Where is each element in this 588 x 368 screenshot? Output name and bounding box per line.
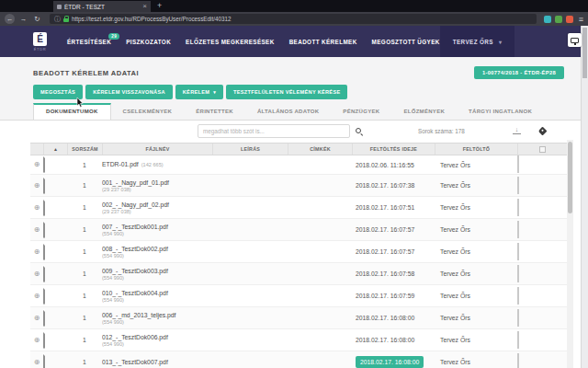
tab-close-icon[interactable]: × xyxy=(142,3,147,10)
row-filename[interactable]: 010_-_TesztDok004.pdf(554 990) xyxy=(102,289,212,304)
tab-item[interactable]: ÉRINTETTEK xyxy=(184,103,245,120)
tab-item[interactable]: DOKUMENTUMOK xyxy=(33,103,111,120)
expand-icon[interactable]: ⊕ xyxy=(30,226,43,234)
page-scrollbar-thumb[interactable] xyxy=(582,28,587,78)
tab-item[interactable]: ELŐZMÉNYEK xyxy=(391,103,457,120)
expand-icon[interactable]: ⊕ xyxy=(30,315,43,322)
expand-icon[interactable]: ⊕ xyxy=(30,248,43,256)
logo-letter: É xyxy=(33,32,47,46)
tab-item[interactable]: ÁLTALÁNOS ADATOK xyxy=(245,103,331,120)
row-filename[interactable]: ETDR-01.pdf(142 665) xyxy=(102,160,212,169)
row-checkbox[interactable] xyxy=(517,309,519,327)
row-uploaded: 2018.02.17. 16:07:59 xyxy=(352,293,435,299)
list-scrollbar-thumb[interactable] xyxy=(568,142,572,213)
nav-item[interactable]: MEGOSZTOTT ÜGYEK xyxy=(372,39,440,45)
tab-item[interactable]: PÉNZÜGYEK xyxy=(331,103,391,120)
row-checkbox[interactable] xyxy=(517,331,519,349)
col-fajlnev[interactable]: FÁJLNÉV xyxy=(102,144,212,155)
row-uploader: Tervez Őrs xyxy=(435,182,517,189)
col-cimkek[interactable]: CÍMKÉK xyxy=(288,144,352,155)
table-row[interactable]: ⊕ 1 012_-_TesztDok006.pdf(554 990) 2018.… xyxy=(30,329,567,351)
row-filename[interactable]: 002_-_Nagy_pdf_02.pdf(29 237 038) xyxy=(102,201,212,215)
row-checkbox[interactable] xyxy=(517,243,519,260)
browser-tab[interactable]: ÉTDR - TESZT × xyxy=(53,1,151,12)
forward-icon[interactable]: → xyxy=(18,14,28,24)
col-feltoltes-ideje[interactable]: FELTÖLTÉS IDEJE xyxy=(352,144,435,155)
tab-item[interactable]: TÁRGYI INGATLANOK xyxy=(457,103,544,120)
browser-tabstrip: ÉTDR - TESZT × + xyxy=(0,0,588,12)
table-row[interactable]: ⊕ 1 007_-_TesztDok001.pdf(554 990) 2018.… xyxy=(30,219,567,241)
download-icon[interactable]: ↓ xyxy=(513,126,521,134)
tag-icon[interactable] xyxy=(538,127,548,136)
row-checkbox[interactable] xyxy=(517,199,519,216)
col-sorszam[interactable]: SORSZÁM xyxy=(67,144,102,155)
col-feltolto[interactable]: FELTÖLTŐ xyxy=(435,144,517,155)
row-sorszam: 1 xyxy=(67,248,102,255)
row-filename[interactable]: 013_-_TesztDok007.pdf xyxy=(102,358,212,367)
page-scrollbar[interactable] xyxy=(581,26,588,368)
site-info-icon[interactable]: ⓘ xyxy=(54,16,61,22)
row-filename[interactable]: 001_-_Nagy_pdf_01.pdf(29 237 038) xyxy=(102,178,212,193)
expand-icon[interactable]: ⊕ xyxy=(30,161,43,168)
table-row[interactable]: ⊕ 1 013_-_TesztDok007.pdf 2018.02.17. 16… xyxy=(30,351,567,368)
row-uploaded: 2018.02.17. 16:08:00 xyxy=(352,315,435,321)
row-checkbox[interactable] xyxy=(517,265,519,282)
browser-tab-title: ÉTDR - TESZT xyxy=(64,4,140,10)
row-filename[interactable]: 008_-_TesztDok002.pdf(554 990) xyxy=(102,245,212,259)
expand-icon[interactable]: ⊕ xyxy=(30,293,43,300)
col-leiras[interactable]: LEÍRÁS xyxy=(212,144,288,155)
tab-item[interactable]: CSELEKMÉNYEK xyxy=(111,103,185,120)
table-row[interactable]: ⊕ 1 006_-_md_2013_teljes.pdf(554 990) 20… xyxy=(30,307,567,329)
row-filename[interactable]: 006_-_md_2013_teljes.pdf(554 990) xyxy=(102,311,212,326)
extension-icon-3[interactable] xyxy=(566,16,573,23)
monitor-widget-button[interactable] xyxy=(568,33,582,47)
action-button[interactable]: TESZTFELÜLETEN VÉLEMÉNY KÉRÉSE xyxy=(226,85,347,99)
list-scrollbar[interactable] xyxy=(567,140,573,368)
row-filename[interactable]: 012_-_TesztDok006.pdf(554 990) xyxy=(102,333,212,348)
col-sort[interactable]: ▲ xyxy=(43,144,67,155)
nav-item[interactable]: BEADOTT KÉRELMEK xyxy=(289,39,357,45)
table-row[interactable]: ⊕ 1 ETDR-01.pdf(142 665) 2018.02.06. 11:… xyxy=(30,155,567,175)
expand-icon[interactable]: ⊕ xyxy=(30,182,43,190)
row-checkbox[interactable] xyxy=(517,353,519,368)
action-button[interactable]: KÉRELEM VISSZAVONÁSA xyxy=(85,85,173,99)
account-menu[interactable]: TERVEZ ŐRS ▾ xyxy=(440,26,515,57)
nav-item[interactable]: PISZKOZATOK xyxy=(126,39,171,45)
nav-item[interactable]: ELŐZETES MEGKERESÉSEK xyxy=(186,39,275,45)
expand-icon[interactable]: ⊕ xyxy=(30,359,43,366)
expand-icon[interactable]: ⊕ xyxy=(30,204,43,212)
filter-row: megadhat több szót is... Sorok száma: 17… xyxy=(0,121,588,143)
url-bar[interactable]: ⓘ https://teszt.etdr.gov.hu/RDProcessByU… xyxy=(50,14,537,24)
extension-icon-2[interactable] xyxy=(555,16,562,23)
row-checkbox[interactable] xyxy=(517,287,519,305)
new-tab-button[interactable]: + xyxy=(157,0,162,12)
table-row[interactable]: ⊕ 1 008_-_TesztDok002.pdf(554 990) 2018.… xyxy=(30,241,567,263)
nav-item[interactable]: ÉRTESÍTÉSEK 29 xyxy=(67,39,111,45)
document-icon xyxy=(43,287,45,305)
row-filesize: (554 990) xyxy=(102,253,212,259)
select-all-checkbox[interactable] xyxy=(539,146,546,153)
expand-icon[interactable]: ⊕ xyxy=(30,337,43,344)
row-filesize: (554 990) xyxy=(102,341,212,347)
table-row[interactable]: ⊕ 1 009_-_TesztDok003.pdf(554 990) 2018.… xyxy=(30,263,567,285)
app-logo[interactable]: É ÉTDR xyxy=(33,32,47,52)
hamburger-menu-icon[interactable]: ≡ xyxy=(579,15,583,24)
row-filename[interactable]: 007_-_TesztDok001.pdf(554 990) xyxy=(102,223,212,237)
row-checkbox[interactable] xyxy=(517,155,519,173)
expand-icon[interactable]: ⊕ xyxy=(30,270,43,278)
row-filename[interactable]: 009_-_TesztDok003.pdf(554 990) xyxy=(102,267,212,282)
row-checkbox[interactable] xyxy=(517,221,519,238)
search-input[interactable]: megadhat több szót is... xyxy=(198,124,350,138)
table-row[interactable]: ⊕ 1 002_-_Nagy_pdf_02.pdf(29 237 038) 20… xyxy=(30,197,567,219)
row-uploader: Tervez Őrs xyxy=(435,359,517,365)
back-icon[interactable]: ← xyxy=(5,14,15,24)
table-row[interactable]: ⊕ 1 010_-_TesztDok004.pdf(554 990) 2018.… xyxy=(30,285,567,307)
extension-icon-1[interactable] xyxy=(544,16,551,23)
row-checkbox[interactable] xyxy=(517,177,519,194)
action-button[interactable]: KÉRELEM ▾ xyxy=(175,85,223,99)
search-icon[interactable] xyxy=(356,128,361,133)
nav-menu: ÉRTESÍTÉSEK 29 PISZKOZATOK ELŐZETES MEGK… xyxy=(67,39,440,45)
reload-icon[interactable]: ↻ xyxy=(32,14,42,24)
monitor-icon xyxy=(571,38,579,43)
table-row[interactable]: ⊕ 1 001_-_Nagy_pdf_01.pdf(29 237 038) 20… xyxy=(30,175,567,197)
